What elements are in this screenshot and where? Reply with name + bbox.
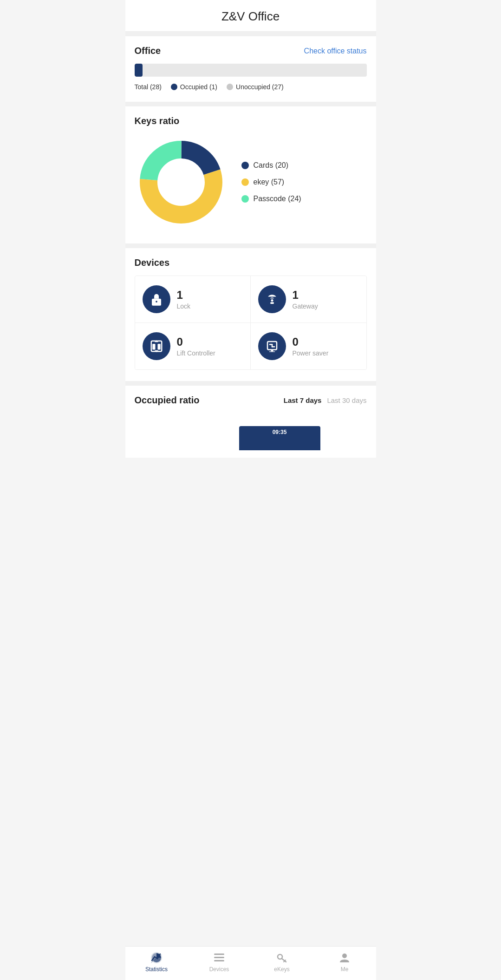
occupied-ratio-title: Occupied ratio [135,395,200,406]
device-item-lift[interactable]: 0 Lift Controller [135,323,251,369]
me-nav-icon [338,951,351,964]
office-section: Office Check office status Total (28) Oc… [125,36,376,102]
devices-icon [213,952,225,964]
legend-unoccupied: Unoccupied (27) [227,83,284,91]
device-item-power-saver[interactable]: 0 Power saver [251,323,366,369]
section-divider-3 [125,243,376,248]
legend-occupied: Occupied (1) [171,83,217,91]
ekeys-nav-label: eKeys [274,966,289,973]
lock-label: Lock [177,303,191,310]
power-saver-count: 0 [293,335,329,349]
donut-center [158,159,204,205]
unoccupied-dot [227,84,233,90]
occupied-ratio-chart: 09:35 [135,413,367,450]
unoccupied-label: Unoccupied (27) [236,83,284,91]
device-item-lock[interactable]: 1 Lock [135,276,251,323]
occupied-dot [171,84,177,90]
lock-count: 1 [177,289,191,302]
devices-section-title: Devices [135,257,367,268]
lift-info: 0 Lift Controller [177,335,215,357]
passcode-dot [241,195,249,203]
svg-rect-8 [271,350,273,352]
keys-legend-ekey: ekey (57) [241,178,301,186]
power-saver-label: Power saver [293,349,329,357]
ekey-dot [241,178,249,186]
cards-dot [241,162,249,169]
ekeys-nav-icon [275,951,288,964]
devices-section: Devices 1 Lock [125,248,376,381]
svg-point-19 [342,954,347,958]
svg-rect-17 [214,960,224,961]
devices-nav-label: Devices [209,966,229,973]
lock-icon-circle [143,285,170,313]
occupancy-progress-bar [135,64,367,77]
section-divider-1 [125,32,376,36]
occupancy-legend: Total (28) Occupied (1) Unoccupied (27) [135,83,367,91]
gateway-icon-circle [258,285,286,313]
statistics-icon [150,951,163,964]
devices-grid: 1 Lock 1 Gateway [135,276,367,370]
bottom-padding [125,458,376,495]
section-divider-2 [125,102,376,106]
filter-7-days[interactable]: Last 7 days [284,396,322,404]
nav-item-ekeys[interactable]: eKeys [266,951,298,973]
ekeys-icon [276,952,288,964]
cards-label: Cards (20) [254,161,289,170]
bottom-nav: Statistics Devices eKeys [125,946,376,980]
nav-item-me[interactable]: Me [328,951,361,973]
gateway-icon [265,292,279,306]
occupied-ratio-header: Occupied ratio Last 7 days Last 30 days [135,395,367,406]
ekey-label: ekey (57) [254,178,285,186]
nav-item-devices[interactable]: Devices [203,951,235,973]
office-section-title: Office [135,46,161,56]
filter-30-days[interactable]: Last 30 days [327,396,366,404]
svg-rect-9 [269,351,275,352]
occupied-ratio-section: Occupied ratio Last 7 days Last 30 days … [125,386,376,458]
me-icon [338,952,351,964]
gateway-count: 1 [293,289,318,302]
svg-rect-6 [157,344,160,350]
me-nav-label: Me [341,966,349,973]
svg-rect-3 [270,302,274,304]
lift-controller-icon [150,339,163,353]
statistics-nav-label: Statistics [145,966,168,973]
keys-ratio-content: Cards (20) ekey (57) Passcode (24) [135,136,367,232]
passcode-label: Passcode (24) [254,195,301,203]
keys-legend-passcode: Passcode (24) [241,195,301,203]
svg-point-2 [271,299,273,302]
svg-point-1 [156,301,157,303]
chart-bar-value: 09:35 [273,429,287,435]
svg-rect-16 [214,957,224,958]
lift-label: Lift Controller [177,349,215,357]
header: Z&V Office [125,0,376,32]
power-saver-info: 0 Power saver [293,335,329,357]
chart-bar-main: 09:35 [239,426,320,450]
office-header: Office Check office status [135,46,367,56]
occupied-fill [135,64,143,77]
lock-info: 1 Lock [177,289,191,310]
devices-nav-icon [213,951,226,964]
keys-ratio-section: Keys ratio Cards (20) [125,106,376,243]
lift-icon-circle [143,332,170,360]
lock-icon [150,292,163,306]
total-label: Total (28) [135,83,162,91]
statistics-nav-icon [150,951,163,964]
gateway-info: 1 Gateway [293,289,318,310]
check-office-status-link[interactable]: Check office status [304,47,367,55]
keys-legend-cards: Cards (20) [241,161,301,170]
section-divider-4 [125,381,376,386]
nav-item-statistics[interactable]: Statistics [140,951,173,973]
svg-rect-15 [214,954,224,955]
time-filters: Last 7 days Last 30 days [284,396,367,404]
power-saver-icon [265,339,279,353]
keys-ratio-title: Keys ratio [135,116,367,126]
power-saver-icon-circle [258,332,286,360]
keys-legend: Cards (20) ekey (57) Passcode (24) [241,161,301,203]
gateway-label: Gateway [293,303,318,310]
device-item-gateway[interactable]: 1 Gateway [251,276,366,323]
page-title: Z&V Office [133,9,369,24]
lift-count: 0 [177,335,215,349]
legend-total: Total (28) [135,83,162,91]
keys-ratio-donut-chart [135,136,228,229]
occupied-label: Occupied (1) [180,83,217,91]
